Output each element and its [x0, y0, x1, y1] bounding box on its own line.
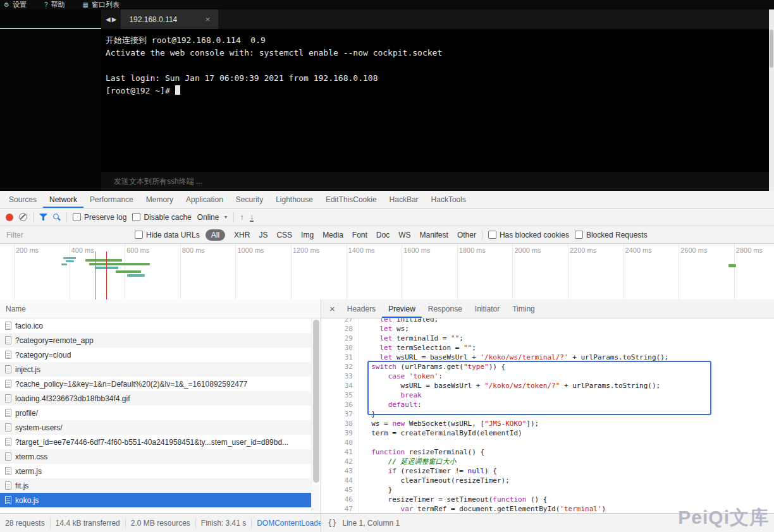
code-preview[interactable]: 2728293031323334353637383940414243444546… — [321, 318, 774, 513]
import-har-icon[interactable]: ↑ — [240, 214, 244, 221]
file-icon — [5, 423, 11, 432]
menu-item-settings[interactable]: ⚙设置 — [4, 0, 27, 9]
filter-chip-doc[interactable]: Doc — [376, 231, 390, 239]
devtools-tab-bar: SourcesNetworkPerformanceMemoryApplicati… — [0, 191, 774, 209]
has-blocked-cookies-checkbox[interactable]: Has blocked cookies — [488, 231, 569, 239]
checkbox-box[interactable] — [132, 213, 140, 221]
disable-cache-checkbox[interactable]: Disable cache — [132, 213, 191, 222]
filter-chip-media[interactable]: Media — [322, 231, 343, 239]
file-icon — [5, 380, 11, 388]
devtools-tab-sources[interactable]: Sources — [3, 191, 43, 208]
tab-next-icon[interactable]: ▶ — [112, 16, 117, 23]
request-row[interactable]: inject.js — [0, 362, 312, 377]
hide-data-urls-checkbox[interactable]: Hide data URLs — [135, 231, 200, 239]
request-row[interactable]: ?cache_policy=1&key=1&n=Default%20(2)&lv… — [0, 377, 312, 391]
request-row[interactable]: profile/ — [0, 406, 312, 420]
filter-chip-all[interactable]: All — [206, 229, 225, 241]
line-number: 29 — [321, 334, 353, 343]
devtools-tab-lighthouse[interactable]: Lighthouse — [269, 191, 319, 208]
checkbox-box[interactable] — [135, 231, 143, 239]
request-row[interactable]: ?target_id=ee7e7446-6df7-4f60-b551-40a24… — [0, 435, 312, 449]
request-row[interactable]: facio.ico — [0, 318, 312, 333]
request-row[interactable]: xterm.js — [0, 464, 312, 478]
request-row[interactable]: system-users/ — [0, 420, 312, 435]
line-number: 33 — [321, 372, 353, 381]
request-list-header[interactable]: Name — [0, 299, 321, 318]
filter-icon[interactable] — [39, 214, 47, 221]
devtools-tab-hacktools[interactable]: HackTools — [425, 191, 472, 208]
request-name: facio.ico — [15, 322, 43, 330]
close-icon[interactable]: × — [324, 299, 341, 318]
checkbox-box[interactable] — [73, 213, 81, 221]
clear-icon[interactable] — [19, 213, 27, 221]
request-row[interactable]: koko.js — [0, 493, 312, 507]
devtools-tab-application[interactable]: Application — [180, 191, 230, 208]
tab-scroll-arrows[interactable]: ◀ ▶ — [101, 9, 121, 29]
menu-item-help[interactable]: ?帮助 — [44, 0, 65, 9]
pretty-print-icon[interactable]: {} — [328, 519, 336, 528]
detail-tab-initiator[interactable]: Initiator — [469, 299, 506, 318]
terminal-output-area[interactable]: 开始连接到 root@192.168.0.114 0.9Activate the… — [101, 29, 769, 172]
tab-prev-icon[interactable]: ◀ — [106, 16, 111, 23]
request-row[interactable]: ?category=remote_app — [0, 333, 312, 348]
request-row[interactable]: xterm.css — [0, 449, 312, 464]
filter-chip-manifest[interactable]: Manifest — [420, 231, 448, 239]
devtools-tab-editthiscookie[interactable]: EditThisCookie — [319, 191, 383, 208]
filter-chip-other[interactable]: Other — [457, 231, 476, 239]
request-name: inject.js — [15, 365, 40, 374]
devtools-tab-performance[interactable]: Performance — [83, 191, 140, 208]
devtools-tab-memory[interactable]: Memory — [140, 191, 180, 208]
preserve-log-checkbox[interactable]: Preserve log — [73, 213, 126, 222]
devtools-tab-network[interactable]: Network — [43, 191, 83, 208]
blocked-requests-checkbox[interactable]: Blocked Requests — [575, 231, 648, 239]
devtools-tab-security[interactable]: Security — [230, 191, 269, 208]
filter-chip-ws[interactable]: WS — [398, 231, 410, 239]
filter-input[interactable] — [5, 230, 120, 240]
name-column-header[interactable]: Name — [6, 305, 26, 313]
menu-item-window-list[interactable]: ▦窗口列表 — [83, 0, 120, 9]
preserve-log-label: Preserve log — [84, 213, 126, 222]
throttling-dropdown[interactable]: Online ▼ — [197, 213, 228, 222]
line-number: 28 — [321, 324, 353, 334]
export-har-icon[interactable]: ↓ — [250, 213, 254, 222]
tab-close-icon[interactable]: × — [206, 15, 211, 24]
terminal-tab-bar: ◀ ▶ 192.168.0.114 × — [101, 9, 769, 29]
scrollbar-thumb[interactable] — [313, 320, 319, 483]
toolbar-divider — [66, 212, 67, 222]
terminal-tab[interactable]: 192.168.0.114 × — [121, 9, 218, 29]
timeline-gridline — [14, 244, 15, 299]
terminal-scrollbar-thumb[interactable] — [770, 30, 773, 68]
file-icon — [5, 351, 11, 359]
terminal-scrollbar[interactable] — [769, 9, 774, 191]
status-item: 2.0 MB resources — [126, 518, 196, 528]
menu-item-label: 帮助 — [51, 0, 65, 9]
line-number: 43 — [321, 466, 353, 476]
timeline-bar — [89, 263, 150, 265]
filter-chip-js[interactable]: JS — [259, 231, 267, 239]
checkbox-box[interactable] — [488, 231, 496, 239]
detail-tab-timing[interactable]: Timing — [506, 299, 541, 318]
status-item: 14.4 kB transferred — [51, 518, 126, 528]
detail-tab-response[interactable]: Response — [422, 299, 469, 318]
network-overview[interactable]: 200 ms400 ms600 ms800 ms1000 ms1200 ms14… — [0, 244, 774, 300]
session-sidebar[interactable] — [0, 9, 101, 191]
filter-chip-font[interactable]: Font — [352, 231, 367, 239]
request-name: xterm.css — [15, 452, 47, 461]
timeline-label: 1600 ms — [403, 246, 430, 254]
search-icon[interactable] — [53, 214, 61, 221]
filter-chip-img[interactable]: Img — [301, 231, 314, 239]
devtools-tab-hackbar[interactable]: HackBar — [383, 191, 425, 208]
filter-chip-xhr[interactable]: XHR — [234, 231, 250, 239]
send-to-all-input[interactable]: 发送文本到所有ssh终端 ... — [101, 172, 769, 191]
filter-chip-css[interactable]: CSS — [276, 231, 292, 239]
request-list-scrollbar[interactable] — [311, 318, 321, 513]
request-row[interactable]: fit.js — [0, 478, 312, 493]
detail-tab-headers[interactable]: Headers — [341, 299, 382, 318]
request-row[interactable]: ?category=cloud — [0, 348, 312, 362]
detail-tab-preview[interactable]: Preview — [382, 299, 422, 318]
request-row[interactable]: loading.4f3236673db18fbb34f4.gif — [0, 391, 312, 406]
record-button[interactable] — [6, 214, 13, 221]
checkbox-box[interactable] — [575, 231, 583, 239]
toolbar-divider — [233, 212, 234, 222]
request-detail-panel: × HeadersPreviewResponseInitiatorTiming … — [321, 299, 774, 513]
